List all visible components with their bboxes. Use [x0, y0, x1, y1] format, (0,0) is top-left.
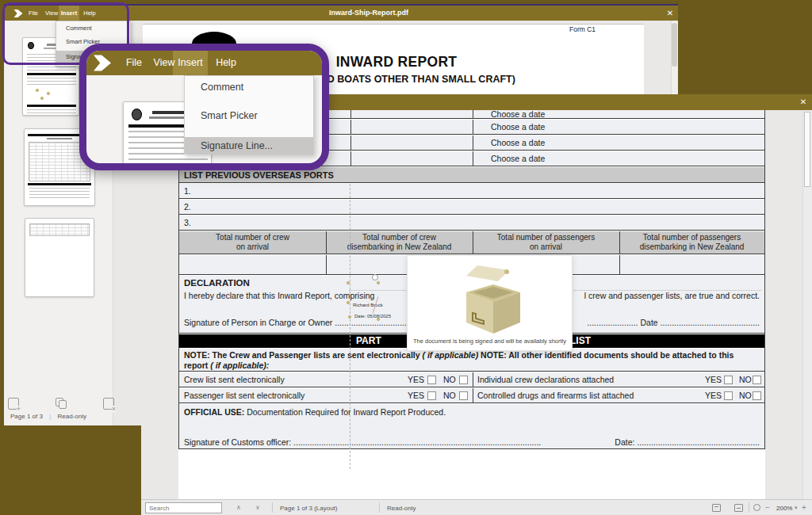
checklist-row: Crew list sent electronically YES NO Ind…	[179, 372, 764, 387]
zoom-in-button[interactable]: +	[802, 503, 806, 512]
menu-help[interactable]: Help	[212, 51, 240, 75]
delete-page-icon[interactable]: ×	[103, 398, 114, 410]
thumb1-section-bar2	[27, 105, 76, 107]
cell-divider	[473, 135, 473, 150]
zoom-level-value[interactable]: 200%	[776, 505, 792, 512]
totals-header-cell: Total number of crewdisembarking in New …	[326, 233, 473, 254]
app-logo-icon	[94, 55, 111, 71]
signatory-date: Date: 05/08/2025	[354, 314, 391, 319]
menu-item-signature-line[interactable]: Signature Line...	[201, 140, 273, 151]
thumb2-content-lines	[29, 188, 90, 200]
menu-insert[interactable]: Insert	[173, 51, 208, 75]
note-section: NOTE: The Crew and Passenger lists are s…	[179, 349, 764, 372]
back-statusbar: ∧ ∨ Page 1 of 3 (Layout) Read-only − 200…	[141, 499, 812, 515]
crew-list-yes-checkbox[interactable]	[427, 376, 436, 384]
thumb1-section-bar	[27, 73, 76, 75]
menu-item-smart-picker[interactable]: Smart Picker	[201, 110, 258, 121]
cell-divider	[350, 110, 351, 118]
add-glyph: +	[17, 406, 21, 413]
crew-declarations-no-checkbox[interactable]	[753, 376, 761, 384]
date-field[interactable]: Choose a date	[491, 122, 545, 132]
yes-label: YES	[705, 375, 722, 384]
thumb2-title-line	[47, 138, 72, 139]
add-page-icon[interactable]: +	[8, 398, 19, 410]
ports-header: LIST PREVIOUS OVERSEAS PORTS	[184, 170, 334, 180]
status-divider: |	[49, 413, 51, 420]
passenger-list-yes-checkbox[interactable]	[427, 391, 436, 400]
cell-divider	[619, 255, 620, 274]
yes-label: YES	[408, 391, 424, 400]
signatory-name: Richard Brock	[353, 303, 383, 307]
zoom-out-button[interactable]: −	[765, 503, 770, 512]
crew-list-no-checkbox[interactable]	[459, 376, 468, 384]
totals-header-cell: Total number of crewon arrival	[179, 233, 326, 254]
copy-pages-icon-back	[59, 400, 67, 409]
front-scrollbar-thumb[interactable]	[672, 23, 677, 67]
signature-anchor-circle	[372, 274, 378, 280]
declaration-heading: DECLARATION	[184, 278, 250, 288]
search-input[interactable]	[145, 502, 222, 513]
fit-width-icon[interactable]	[734, 504, 743, 512]
drugs-firearms-no-checkbox[interactable]	[753, 391, 761, 400]
thumb1-signature-dot	[36, 89, 39, 92]
crew-declarations-yes-checkbox[interactable]	[724, 376, 733, 384]
drugs-firearms-yes-checkbox[interactable]	[724, 391, 733, 400]
back-page-indicator: Page 1 of 3 (Layout)	[280, 505, 338, 512]
date-field[interactable]: Choose a date	[491, 109, 545, 119]
thumb1-content-lines2	[27, 78, 76, 86]
port-number: 1.	[184, 186, 191, 196]
no-label: NO	[739, 375, 752, 384]
cell-divider	[350, 135, 351, 150]
checklist-row: Passenger list sent electronically YES N…	[179, 388, 764, 403]
close-icon[interactable]: ✕	[662, 6, 678, 21]
declaration-date-line: ...................... Date ............…	[587, 318, 760, 327]
yes-label: YES	[408, 375, 424, 384]
port-row[interactable]: 1.	[179, 184, 764, 199]
desktop: File View Insert Help Inward-Ship-Report…	[0, 0, 812, 515]
back-scrollbar-thumb[interactable]	[804, 112, 810, 187]
cell-divider	[473, 372, 473, 387]
cell-divider	[473, 110, 473, 118]
customs-date-line: Date: ..................................…	[615, 437, 760, 447]
note-text: NOTE: The Crew and Passenger lists are s…	[184, 350, 760, 371]
passenger-list-no-checkbox[interactable]	[459, 391, 468, 400]
port-row[interactable]: 2.	[179, 200, 764, 215]
zoom-select-icon[interactable]	[753, 504, 760, 511]
front-statusbar: Page 1 of 3 | Read-only	[10, 413, 86, 420]
page-thumbnail-3[interactable]	[25, 218, 94, 297]
customs-signature-line: Signature of Customs officer: ..........…	[184, 437, 541, 447]
port-number: 2.	[184, 202, 191, 212]
box-illustration-icon	[457, 264, 525, 335]
back-readonly-badge: Read-only	[387, 505, 416, 512]
port-row[interactable]: 3.	[179, 216, 764, 231]
date-field[interactable]: Choose a date	[491, 154, 545, 163]
form-number-label: Form C1	[569, 25, 596, 33]
callout-menubar: File View Insert Help	[86, 51, 322, 75]
cell-divider	[473, 388, 473, 402]
menu-item-comment[interactable]: Comment	[201, 82, 243, 93]
no-label: NO	[443, 375, 456, 384]
close-icon[interactable]: ✕	[795, 94, 812, 110]
popup-message: The document is being signed and will be…	[408, 338, 572, 345]
declaration-body-right: l crew and passenger lists, are true and…	[584, 291, 760, 300]
search-next-icon[interactable]: ∨	[255, 504, 260, 511]
magnifier-callout-annotation: File View Insert Help Comment Smart Pick…	[79, 44, 329, 170]
callout-thumb-section-bar2	[128, 166, 208, 169]
date-field[interactable]: Choose a date	[491, 138, 545, 147]
cell-divider	[350, 120, 351, 134]
checklist-label: Passenger list sent electronically	[184, 391, 304, 400]
callout-thumb-crest	[132, 109, 142, 120]
totals-header-cell: Total number of passengerson arrival	[473, 233, 619, 254]
statusbar-separator	[749, 502, 749, 513]
totals-header-row: Total number of crewon arrival Total num…	[179, 231, 764, 254]
zoom-dropdown-caret-icon[interactable]: ▾	[795, 505, 798, 511]
checklist-label: Crew list sent electronically	[184, 375, 285, 384]
menu-file[interactable]: File	[121, 51, 147, 75]
no-label: NO	[443, 391, 456, 400]
part-bar-left: PART	[356, 335, 381, 346]
part-bar-right: LIST	[570, 335, 591, 346]
search-prev-icon[interactable]: ∧	[236, 504, 241, 511]
fit-page-icon[interactable]	[712, 504, 721, 512]
signature-handle[interactable]	[377, 281, 380, 284]
callout-content: File View Insert Help Comment Smart Pick…	[86, 51, 322, 163]
